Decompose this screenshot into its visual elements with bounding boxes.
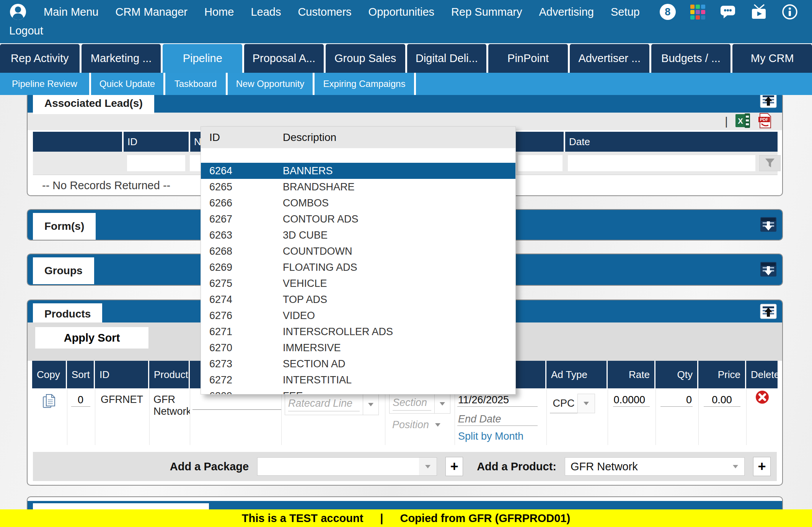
groups-title-tab: Groups bbox=[33, 257, 94, 284]
qty-input[interactable] bbox=[660, 394, 693, 407]
collapse-section-icon[interactable] bbox=[760, 304, 777, 321]
collapse-section-icon[interactable] bbox=[760, 93, 777, 110]
end-date-input[interactable] bbox=[457, 413, 538, 426]
dropdown-option[interactable]: 6264BANNERS bbox=[201, 163, 515, 179]
delete-row-icon[interactable] bbox=[755, 390, 770, 445]
subtab-pipeline-review[interactable]: Pipeline Review bbox=[0, 73, 89, 95]
tab-pinpoint[interactable]: PinPoint bbox=[488, 44, 568, 73]
products-title: Products bbox=[44, 308, 91, 320]
tab-marketing[interactable]: Marketing ... bbox=[82, 44, 161, 73]
dropdown-option[interactable]: 6276VIDEO bbox=[201, 308, 515, 324]
test-account-banner: This is a TEST account | Copied from GFR… bbox=[0, 509, 812, 527]
nav-item-crm-manager[interactable]: CRM Manager bbox=[115, 4, 188, 20]
qty-cell bbox=[655, 388, 697, 445]
expand-section-icon[interactable] bbox=[760, 217, 777, 234]
price-cell bbox=[698, 388, 745, 445]
subtab-taskboard[interactable]: Taskboard bbox=[165, 73, 226, 95]
split-by-month-link[interactable]: Split by Month bbox=[458, 430, 545, 442]
filter-funnel-button[interactable] bbox=[759, 155, 781, 171]
column-header-id: ID bbox=[124, 132, 189, 152]
dropdown-blank-option[interactable] bbox=[201, 148, 515, 163]
add-package-combobox[interactable] bbox=[257, 457, 437, 476]
ratecard-combobox[interactable]: Ratecard Line bbox=[285, 394, 379, 415]
export-excel-icon[interactable]: X bbox=[735, 113, 750, 129]
chevron-down-icon[interactable] bbox=[434, 394, 450, 413]
chevron-down-icon bbox=[435, 423, 440, 427]
export-pdf-icon[interactable]: PDF bbox=[758, 113, 772, 130]
banner-text-right: Copied from GFR (GFRPROD01) bbox=[400, 512, 570, 525]
dropdown-option[interactable]: 6272INTERSTITIAL bbox=[201, 372, 515, 388]
subtab-quick-update[interactable]: Quick Update bbox=[91, 73, 163, 95]
notification-badge[interactable]: 8 bbox=[660, 4, 676, 20]
add-package-button[interactable]: + bbox=[445, 457, 463, 476]
filter-id-input[interactable] bbox=[127, 155, 185, 171]
chat-icon[interactable] bbox=[720, 5, 736, 19]
chevron-down-icon[interactable] bbox=[363, 394, 378, 415]
filter-date-input[interactable] bbox=[568, 155, 755, 171]
product-row: GFRNET GFR Network Ratecard Line Secti bbox=[32, 388, 778, 445]
price-input[interactable] bbox=[704, 394, 740, 407]
info-icon[interactable] bbox=[782, 4, 798, 20]
dropdown-option[interactable]: 6273SECTION AD bbox=[201, 356, 515, 372]
nav-item-advertising[interactable]: Advertising bbox=[539, 4, 594, 20]
add-product-value: GFR Network bbox=[565, 460, 727, 473]
tab-group-sales[interactable]: Group Sales bbox=[326, 44, 405, 73]
position-combobox[interactable]: Position bbox=[392, 419, 453, 431]
sort-input[interactable] bbox=[71, 394, 90, 407]
nav-item-rep-summary[interactable]: Rep Summary bbox=[451, 4, 522, 20]
nav-item-opportunities[interactable]: Opportunities bbox=[368, 4, 435, 20]
dropdown-option[interactable]: 6266COMBOS bbox=[201, 195, 515, 211]
nav-item-main-menu[interactable]: Main Menu bbox=[44, 4, 98, 20]
column-header-price: Price bbox=[698, 361, 745, 388]
user-profile-icon[interactable] bbox=[9, 3, 27, 21]
apps-grid-icon[interactable] bbox=[690, 5, 705, 20]
nav-item-customers[interactable]: Customers bbox=[298, 4, 351, 20]
tab-budgets[interactable]: Budgets / ... bbox=[651, 44, 731, 73]
sort-cell bbox=[67, 388, 94, 445]
tab-proposal[interactable]: Proposal A... bbox=[244, 44, 324, 73]
ad-type-dropdown-button[interactable] bbox=[577, 394, 595, 413]
tab-my-crm[interactable]: My CRM bbox=[732, 44, 812, 73]
subtab-expiring-campaigns[interactable]: Expiring Campaigns bbox=[315, 73, 414, 95]
position-placeholder: Position bbox=[392, 419, 429, 431]
dropdown-option[interactable]: 6274TOP ADS bbox=[201, 291, 515, 308]
filter-col-input[interactable] bbox=[518, 155, 563, 171]
logout-link[interactable]: Logout bbox=[9, 25, 43, 37]
dropdown-option[interactable]: 6268COUNTDOWN bbox=[201, 243, 515, 259]
dropdown-option[interactable]: 6267CONTOUR ADS bbox=[201, 211, 515, 227]
tab-digital-delivery[interactable]: Digital Deli... bbox=[407, 44, 487, 73]
dropdown-option[interactable]: 62633D CUBE bbox=[201, 227, 515, 243]
ratecard-cell: Ratecard Line bbox=[281, 388, 384, 445]
add-product-button[interactable]: + bbox=[753, 457, 771, 476]
product-type-cell bbox=[190, 388, 280, 445]
add-product-combobox[interactable]: GFR Network bbox=[565, 457, 745, 476]
apply-sort-button[interactable]: Apply Sort bbox=[35, 327, 148, 349]
dropdown-option[interactable]: 6309FEE bbox=[201, 388, 515, 394]
copy-row-icon[interactable] bbox=[42, 394, 56, 445]
nav-item-leads[interactable]: Leads bbox=[251, 4, 281, 20]
dropdown-option[interactable]: 6271INTERSCROLLER ADS bbox=[201, 324, 515, 340]
subtab-new-opportunity[interactable]: New Opportunity bbox=[228, 73, 313, 95]
add-product-label: Add a Product: bbox=[477, 460, 556, 473]
tab-pipeline[interactable]: Pipeline bbox=[163, 44, 242, 73]
start-date-input[interactable] bbox=[457, 394, 538, 407]
tab-advertiser[interactable]: Advertiser ... bbox=[570, 44, 649, 73]
dropdown-option[interactable]: 6275VEHICLE bbox=[201, 275, 515, 291]
tab-rep-activity[interactable]: Rep Activity bbox=[0, 44, 80, 73]
associated-leads-title-tab: Associated Lead(s) bbox=[33, 93, 154, 114]
rate-input[interactable] bbox=[613, 394, 650, 407]
dropdown-option[interactable]: 6265BRANDSHARE bbox=[201, 179, 515, 195]
nav-item-home[interactable]: Home bbox=[204, 4, 234, 20]
dropdown-option[interactable]: 6269FLOATING ADS bbox=[201, 259, 515, 275]
associated-leads-header: Associated Lead(s) bbox=[28, 93, 782, 113]
column-header-date: Date bbox=[565, 132, 778, 152]
nav-item-setup[interactable]: Setup bbox=[611, 4, 640, 20]
column-header-sort: Sort bbox=[67, 361, 94, 388]
dropdown-option[interactable]: 6270IMMERSIVE bbox=[201, 340, 515, 356]
tv-icon[interactable] bbox=[750, 4, 767, 20]
top-navigation-bar: Main Menu CRM Manager Home Leads Custome… bbox=[0, 0, 812, 43]
svg-text:X: X bbox=[738, 117, 743, 125]
section-combobox[interactable]: Section bbox=[389, 394, 450, 414]
id-cell: GFRNET bbox=[95, 388, 148, 445]
expand-section-icon[interactable] bbox=[760, 262, 777, 278]
